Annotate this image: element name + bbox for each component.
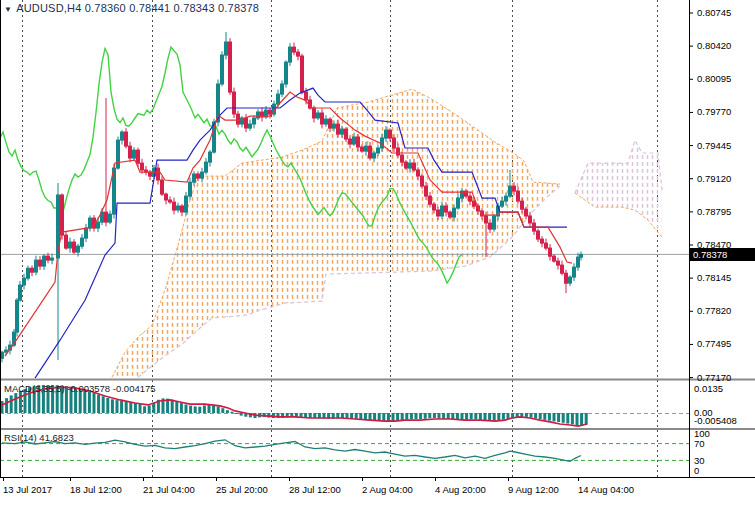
macd-histogram-bar xyxy=(171,400,174,413)
candle-body xyxy=(529,216,532,223)
macd-histogram-bar xyxy=(369,413,372,420)
macd-histogram-bar xyxy=(93,393,96,413)
macd-histogram-bar xyxy=(502,413,505,420)
macd-histogram-bar xyxy=(539,413,542,419)
macd-histogram-bar xyxy=(488,413,491,421)
candle-body xyxy=(313,108,316,118)
candle-body xyxy=(345,129,348,139)
candle-body xyxy=(85,228,88,238)
candle-body xyxy=(157,168,160,180)
macd-histogram-bar xyxy=(143,406,146,413)
candle-body xyxy=(521,201,524,209)
macd-histogram-bar xyxy=(530,413,533,418)
kumo-cloud-future xyxy=(575,140,662,237)
macd-histogram-bar xyxy=(442,413,445,419)
candle-body xyxy=(165,194,168,200)
macd-histogram-bar xyxy=(350,413,353,418)
candle-body xyxy=(321,113,324,124)
candle-body xyxy=(81,238,84,246)
candle-body xyxy=(51,258,54,260)
macd-histogram-bar xyxy=(566,413,569,424)
macd-histogram-bar xyxy=(497,413,500,420)
candle-body xyxy=(169,200,172,202)
macd-histogram-bar xyxy=(562,413,565,423)
macd-histogram-bar xyxy=(419,413,422,419)
macd-histogram-bar xyxy=(231,412,234,413)
candle-body xyxy=(417,170,420,176)
macd-histogram-bar xyxy=(185,405,188,414)
macd-histogram-bar xyxy=(212,405,215,413)
candle-body xyxy=(65,235,68,248)
candle-body xyxy=(357,137,360,147)
candle-body xyxy=(141,163,144,170)
macd-histogram-bar xyxy=(221,408,224,413)
candle-body xyxy=(221,55,224,84)
candle-body xyxy=(393,138,396,148)
candle-body xyxy=(501,201,504,206)
price-axis-label: 0.79120 xyxy=(697,173,731,184)
rsi-axis-label: 0 xyxy=(694,465,699,476)
macd-histogram-bar xyxy=(401,413,404,420)
chart-window: 0.807450.804200.800950.797700.794450.791… xyxy=(0,0,755,507)
macd-histogram-bar xyxy=(484,413,487,420)
macd-axis-label: -0.005408 xyxy=(694,415,737,426)
candle-body xyxy=(565,273,568,283)
macd-histogram-bar xyxy=(424,413,427,419)
candle-body xyxy=(297,52,300,56)
macd-histogram-bar xyxy=(148,405,151,413)
macd-histogram-bar xyxy=(428,413,431,418)
price-axis-label: 0.80095 xyxy=(697,73,731,84)
price-axis-label: 0.78795 xyxy=(697,206,731,217)
macd-histogram-bar xyxy=(438,413,441,419)
current-price-badge: 0.78378 xyxy=(690,248,755,261)
candle-body xyxy=(545,243,548,248)
candle-body xyxy=(489,223,492,229)
candle-body xyxy=(369,146,372,158)
macd-histogram-bar xyxy=(382,413,385,421)
macd-histogram-bar xyxy=(208,405,211,413)
candle-body xyxy=(269,110,272,114)
candle-body xyxy=(73,242,76,252)
candle-body xyxy=(573,267,576,277)
candle-body xyxy=(457,198,460,208)
candle-body xyxy=(349,139,352,144)
symbol-expander-icon[interactable]: ▼ xyxy=(4,5,12,14)
candle-body xyxy=(249,124,252,128)
candle-body xyxy=(333,124,336,128)
macd-histogram-bar xyxy=(359,413,362,419)
time-axis: 13 Jul 201718 Jul 12:0021 Jul 04:0025 Ju… xyxy=(3,478,634,495)
rsi-label: RSI(14) 41.6823 xyxy=(4,432,74,443)
candle-body xyxy=(337,124,340,134)
candle-body xyxy=(541,239,544,243)
rsi-line xyxy=(2,440,581,461)
candle-body xyxy=(245,118,248,128)
candle-body xyxy=(35,260,38,272)
macd-histogram-bar xyxy=(543,413,546,420)
macd-histogram-bar xyxy=(534,413,537,418)
symbol-ohlc-label: ▼AUDUSD,H4 0.78360 0.78441 0.78343 0.783… xyxy=(4,2,259,14)
macd-histogram-bar xyxy=(189,406,192,413)
price-axis-label: 0.78145 xyxy=(697,272,731,283)
macd-histogram-bar xyxy=(373,413,376,420)
price-axis-label: 0.80420 xyxy=(697,40,731,51)
candle-body xyxy=(389,130,392,138)
candle-body xyxy=(361,147,364,151)
candle-body xyxy=(549,248,552,256)
candle-body xyxy=(43,256,46,266)
macd-histogram-bar xyxy=(364,413,367,420)
macd-histogram-bar xyxy=(553,413,556,421)
candle-body xyxy=(23,278,26,285)
macd-histogram-bar xyxy=(525,413,528,417)
macd-histogram-bar xyxy=(180,403,183,413)
macd-histogram-bar xyxy=(120,401,123,413)
candle-body xyxy=(325,119,328,124)
macd-histogram-bar xyxy=(474,413,477,419)
macd-histogram-bar xyxy=(456,413,459,420)
candle-body xyxy=(433,204,436,210)
macd-histogram-bar xyxy=(139,404,142,413)
candle-body xyxy=(77,246,80,252)
chart-canvas[interactable]: 0.807450.804200.800950.797700.794450.791… xyxy=(0,0,755,507)
candle-body xyxy=(441,206,444,216)
candle-body xyxy=(561,265,564,273)
macd-histogram-bar xyxy=(461,413,464,420)
